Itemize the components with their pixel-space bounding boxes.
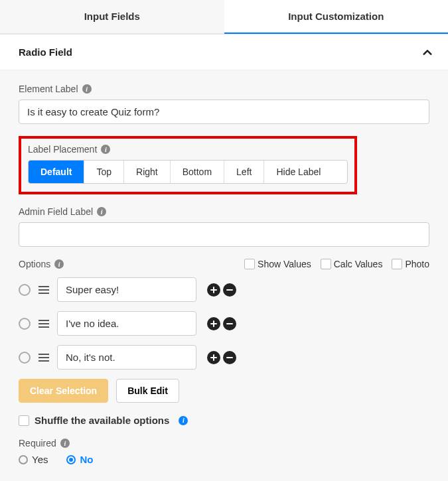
checkbox-icon	[321, 259, 331, 269]
show-values-toggle[interactable]: Show Values	[244, 259, 311, 269]
required-yes[interactable]: Yes	[19, 454, 48, 465]
tab-input-customization[interactable]: Input Customization	[224, 0, 449, 34]
element-label-input[interactable]	[19, 100, 429, 124]
option-input[interactable]	[57, 345, 196, 370]
options-label: Options	[19, 259, 50, 269]
option-radio[interactable]	[19, 318, 31, 330]
required-no-label: No	[80, 454, 93, 465]
accordion-title: Radio Field	[19, 46, 72, 58]
required-yes-label: Yes	[32, 454, 48, 465]
admin-field-label-input[interactable]	[19, 222, 429, 247]
photo-label: Photo	[405, 259, 429, 269]
placement-left[interactable]: Left	[224, 161, 264, 183]
clear-selection-button[interactable]: Clear Selection	[19, 379, 108, 403]
required-no[interactable]: No	[66, 454, 93, 465]
tab-input-fields[interactable]: Input Fields	[0, 0, 224, 34]
shuffle-label: Shuffle the available options	[35, 415, 169, 426]
drag-handle-icon[interactable]	[38, 352, 49, 363]
element-label-text: Element Label	[19, 84, 78, 94]
remove-option-button[interactable]	[223, 283, 236, 297]
option-input[interactable]	[57, 277, 196, 302]
shuffle-checkbox[interactable]	[19, 415, 29, 426]
option-row	[19, 277, 429, 302]
calc-values-label: Calc Values	[334, 259, 383, 269]
option-row	[19, 311, 429, 336]
radio-icon	[19, 455, 28, 464]
info-icon[interactable]: i	[179, 416, 188, 425]
option-row	[19, 345, 429, 370]
admin-field-label-text: Admin Field Label	[19, 206, 93, 217]
option-input[interactable]	[57, 311, 196, 336]
checkbox-icon	[392, 259, 402, 269]
drag-handle-icon[interactable]	[38, 318, 49, 329]
placement-right[interactable]: Right	[124, 161, 171, 183]
checkbox-icon	[244, 259, 255, 269]
label-placement-highlight: Label Placement i Default Top Right Bott…	[19, 136, 357, 194]
remove-option-button[interactable]	[223, 351, 236, 364]
placement-hide-label[interactable]: Hide Label	[264, 161, 333, 183]
add-option-button[interactable]	[207, 283, 220, 297]
label-placement-text: Label Placement	[28, 144, 97, 155]
placement-default[interactable]: Default	[29, 161, 84, 183]
option-radio[interactable]	[19, 284, 31, 296]
info-icon[interactable]: i	[97, 207, 106, 216]
radio-icon	[66, 455, 76, 464]
placement-top[interactable]: Top	[84, 161, 124, 183]
chevron-up-icon	[423, 48, 432, 57]
bulk-edit-button[interactable]: Bulk Edit	[116, 379, 179, 403]
calc-values-toggle[interactable]: Calc Values	[321, 259, 383, 269]
add-option-button[interactable]	[207, 317, 220, 330]
drag-handle-icon[interactable]	[38, 285, 49, 295]
required-label: Required	[19, 438, 56, 448]
info-icon[interactable]: i	[82, 84, 92, 94]
remove-option-button[interactable]	[223, 317, 236, 330]
show-values-label: Show Values	[258, 259, 311, 269]
add-option-button[interactable]	[207, 351, 220, 364]
info-icon[interactable]: i	[60, 439, 70, 448]
option-radio[interactable]	[19, 352, 31, 364]
placement-bottom[interactable]: Bottom	[171, 161, 224, 183]
info-icon[interactable]: i	[54, 259, 64, 269]
accordion-radio-field[interactable]: Radio Field	[0, 34, 448, 70]
info-icon[interactable]: i	[101, 145, 110, 154]
label-placement-group: Default Top Right Bottom Left Hide Label	[28, 160, 348, 184]
photo-toggle[interactable]: Photo	[392, 259, 429, 269]
